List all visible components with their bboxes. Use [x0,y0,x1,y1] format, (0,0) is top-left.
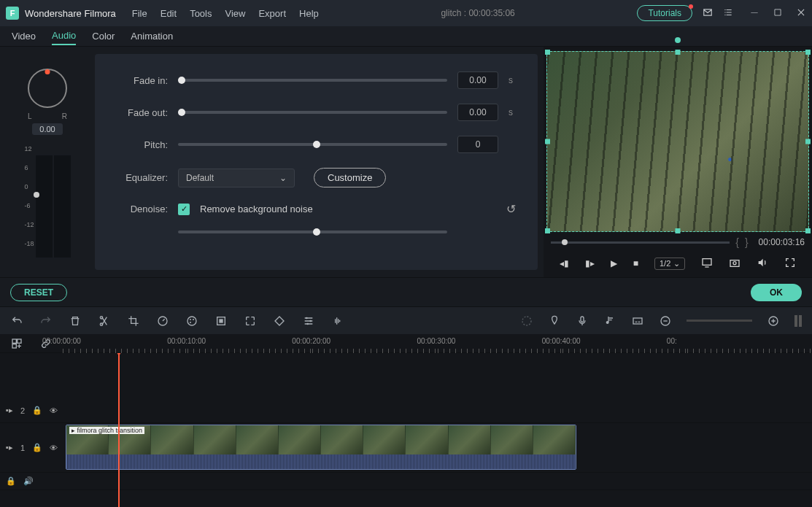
display-icon[interactable] [701,257,713,271]
next-frame-icon[interactable]: ▮▸ [585,258,595,268]
chevron-down-icon: ⌄ [279,173,287,183]
mark-out-icon[interactable]: } [745,236,749,248]
handle-tm[interactable] [676,50,681,55]
timeline-ruler[interactable]: 00:00:00:00 00:00:10:00 00:00:20:00 00:0… [63,334,812,353]
menu-export[interactable]: Export [258,8,286,19]
mark-in-icon[interactable]: { [735,236,739,248]
keyframe-icon[interactable] [273,314,286,328]
snapshot-icon[interactable] [729,257,741,271]
volume-icon[interactable] [757,257,768,271]
track1-body[interactable]: ▸ filmora glitch transition [63,423,812,472]
track1-lock-icon[interactable]: 🔒 [32,443,42,452]
audio-track-lock-icon[interactable]: 🔒 [6,476,16,486]
pitch-slider[interactable] [178,143,447,146]
denoise-label: Denoise: [102,204,168,214]
zoom-in-icon[interactable] [767,314,780,328]
track1-eye-icon[interactable]: 👁 [50,444,58,452]
color-icon[interactable] [185,314,198,328]
split-icon[interactable] [98,314,111,328]
denoise-checkbox[interactable]: ✓ [178,204,190,215]
reset-button[interactable]: RESET [10,284,67,301]
pan-knob[interactable] [28,69,67,108]
fade-out-value[interactable]: 0.00 [457,104,498,121]
svg-rect-21 [18,339,21,343]
fade-out-unit: s [509,107,516,117]
level-meter-right [54,155,71,258]
meter-scale: 1260-6-12-18 [24,145,34,247]
maximize-icon[interactable] [773,7,783,20]
mail-icon[interactable] [703,7,713,20]
playhead[interactable] [118,353,120,507]
tab-animation[interactable]: Animation [131,28,173,44]
play-icon[interactable]: ▶ [611,258,617,268]
svg-point-9 [190,322,191,323]
preview-viewport[interactable] [546,51,809,232]
ok-button[interactable]: OK [751,284,802,301]
green-screen-icon[interactable] [214,314,228,328]
tab-video[interactable]: Video [12,28,36,44]
handle-br[interactable] [805,228,811,233]
preview-scrub[interactable] [551,241,730,244]
subtitle-icon[interactable] [631,314,644,328]
list-icon[interactable] [723,7,733,20]
track2-body[interactable] [63,398,812,422]
equalizer-select[interactable]: Default⌄ [178,169,295,187]
redo-icon[interactable] [39,314,53,328]
expand-icon[interactable] [244,314,257,328]
mixer-icon[interactable] [603,314,616,328]
track2-lock-icon[interactable]: 🔒 [32,406,42,415]
svg-rect-22 [12,344,16,347]
track-size-icon[interactable] [794,315,802,327]
clip-label: ▸ filmora glitch transition [69,427,144,434]
denoise-reset-icon[interactable]: ↺ [506,202,516,216]
fullscreen-icon[interactable] [784,257,796,271]
tutorials-button[interactable]: Tutorials [637,5,692,21]
prev-frame-icon[interactable]: ◂▮ [560,258,569,268]
fade-in-slider[interactable] [178,79,447,82]
tab-audio[interactable]: Audio [52,27,76,45]
timeline-add-icon[interactable] [10,337,23,350]
svg-rect-1 [730,260,739,266]
menu-tools[interactable]: Tools [190,8,212,19]
handle-bm[interactable] [676,228,681,233]
pitch-value[interactable]: 0 [457,136,498,153]
menu-help[interactable]: Help [299,8,319,19]
handle-bl[interactable] [545,228,550,233]
playback-speed[interactable]: 1/2⌄ [654,258,685,270]
track2-eye-icon[interactable]: 👁 [50,406,58,415]
adjust-icon[interactable] [302,314,315,328]
handle-tr[interactable] [805,50,811,55]
denoise-slider[interactable] [178,231,447,233]
menu-view[interactable]: View [225,8,245,19]
handle-ml[interactable] [545,139,550,144]
close-icon[interactable] [796,7,806,20]
handle-tl[interactable] [545,50,550,55]
video-clip[interactable]: ▸ filmora glitch transition [66,425,576,470]
crop-icon[interactable] [127,314,140,328]
fade-out-slider[interactable] [178,111,447,114]
svg-point-6 [187,317,196,325]
speed-icon[interactable] [156,314,169,328]
render-icon[interactable] [520,314,533,328]
zoom-slider[interactable] [687,320,752,322]
pan-right-label: R [62,112,67,120]
record-icon[interactable] [576,314,589,328]
equalizer-label: Equalizer: [102,172,168,183]
preview-top-marker[interactable] [675,37,681,43]
level-meter-left[interactable] [36,155,53,258]
handle-mr[interactable] [805,139,811,144]
fade-in-value[interactable]: 0.00 [457,71,498,89]
audio-wave-icon[interactable] [331,314,344,328]
tab-color[interactable]: Color [92,28,115,44]
delete-icon[interactable] [69,314,82,328]
app-logo: F [6,7,19,20]
marker-icon[interactable] [548,314,561,328]
menu-file[interactable]: File [132,8,147,19]
stop-icon[interactable]: ■ [633,258,638,268]
audio-track-speaker-icon[interactable]: 🔊 [23,476,34,486]
zoom-out-icon[interactable] [659,314,672,328]
customize-button[interactable]: Customize [314,168,386,187]
minimize-icon[interactable] [749,7,759,20]
menu-edit[interactable]: Edit [161,8,177,19]
undo-icon[interactable] [10,314,23,328]
